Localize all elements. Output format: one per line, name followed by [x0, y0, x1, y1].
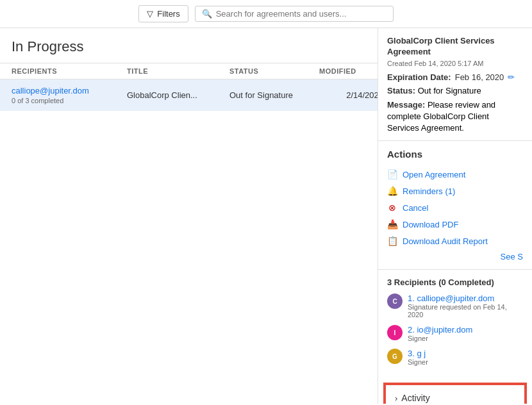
activity-label: Activity [401, 393, 429, 403]
recipients-title: 3 Recipients (0 Completed) [387, 277, 523, 287]
title-cell: GlobalCorp Clien... [127, 86, 229, 104]
table-row[interactable]: calliope@jupiter.dom 0 of 3 completed Gl… [0, 79, 378, 111]
action-open-agreement[interactable]: 📄 Open Agreement [387, 166, 523, 183]
page-title: In Progress [0, 28, 378, 63]
cancel-label: Cancel [403, 203, 428, 213]
status-value: Out for Signature [418, 86, 481, 95]
right-panel: GlobalCorp Client Services Agreement Cre… [378, 28, 532, 404]
filter-button[interactable]: ▽ Filters [138, 5, 188, 22]
download-pdf-icon: 📥 [387, 219, 397, 229]
modified-cell: 2/14/2020 [319, 86, 378, 104]
col-header-recipients: RECIPIENTS [12, 67, 127, 75]
open-agreement-label: Open Agreement [403, 170, 465, 179]
edit-expiry-icon[interactable]: ✏ [508, 72, 515, 82]
action-download-audit[interactable]: 📋 Download Audit Report [387, 233, 523, 249]
recipient-1-info: 1. calliope@jupiter.dom Signature reques… [408, 293, 523, 318]
toolbar: ▽ Filters 🔍 [0, 0, 532, 28]
avatar-1: C [387, 293, 403, 309]
col-header-title: TITLE [127, 67, 229, 75]
recipient-email: calliope@jupiter.dom [12, 86, 127, 95]
status-label: Status: [387, 86, 415, 95]
download-pdf-label: Download PDF [403, 220, 458, 229]
col-header-status: STATUS [229, 67, 319, 75]
recipient-sub: 0 of 3 completed [12, 97, 127, 104]
created-date: Created Feb 14, 2020 5:17 AM [387, 60, 523, 67]
expiry-label: Expiration Date: [387, 72, 451, 82]
recipient-2-role: Signer [408, 335, 472, 342]
recipient-2-info: 2. io@jupiter.dom Signer [408, 325, 472, 342]
avatar-2: I [387, 325, 403, 340]
recipient-3-role: Signer [408, 358, 428, 366]
search-input[interactable] [216, 9, 387, 19]
list-item: C 1. calliope@jupiter.dom Signature requ… [387, 293, 523, 318]
action-cancel[interactable]: ⊗ Cancel [387, 199, 523, 216]
avatar-3: G [387, 349, 403, 364]
see-more-link[interactable]: See S [387, 249, 523, 261]
download-audit-label: Download Audit Report [403, 236, 488, 246]
action-reminders[interactable]: 🔔 Reminders (1) [387, 183, 523, 199]
agreement-title: GlobalCorp Client Services Agreement [387, 36, 523, 58]
detail-header: GlobalCorp Client Services Agreement Cre… [378, 28, 532, 141]
actions-section: Actions 📄 Open Agreement 🔔 Reminders (1)… [378, 141, 532, 270]
status-cell: Out for Signature [229, 86, 319, 104]
list-item: I 2. io@jupiter.dom Signer [387, 325, 523, 342]
recipient-3-info: 3. g j Signer [408, 349, 428, 366]
recipient-1-name: 1. calliope@jupiter.dom [408, 293, 523, 303]
recipient-3-name: 3. g j [408, 349, 428, 358]
left-panel: In Progress RECIPIENTS TITLE STATUS MODI… [0, 28, 378, 404]
open-agreement-icon: 📄 [387, 169, 397, 179]
recipient-cell: calliope@jupiter.dom 0 of 3 completed [12, 86, 127, 104]
filter-label: Filters [157, 9, 179, 19]
actions-title: Actions [387, 149, 523, 160]
status-row: Status: Out for Signature [387, 86, 523, 95]
recipient-2-name: 2. io@jupiter.dom [408, 325, 472, 335]
recipients-section: 3 Recipients (0 Completed) C 1. calliope… [378, 270, 532, 380]
activity-button[interactable]: › Activity [385, 384, 526, 404]
chevron-right-icon: › [395, 393, 397, 403]
row-modified: 2/14/2020 [346, 90, 378, 100]
message-row: Message: Please review and complete Glob… [387, 99, 523, 135]
search-icon: 🔍 [202, 9, 212, 19]
recipient-1-role: Signature requested on Feb 14, 2020 [408, 303, 523, 318]
list-item: G 3. g j Signer [387, 349, 523, 366]
row-title: GlobalCorp Clien... [127, 90, 197, 100]
col-header-modified: MODIFIED [319, 67, 378, 75]
cancel-icon: ⊗ [387, 202, 397, 213]
download-audit-icon: 📋 [387, 236, 397, 246]
reminders-icon: 🔔 [387, 186, 397, 196]
action-download-pdf[interactable]: 📥 Download PDF [387, 216, 523, 233]
row-status: Out for Signature [229, 90, 293, 100]
expiry-row: Expiration Date: Feb 16, 2020 ✏ [387, 72, 523, 82]
main-layout: In Progress RECIPIENTS TITLE STATUS MODI… [0, 28, 532, 404]
activity-wrapper: › Activity [383, 383, 527, 404]
table-header: RECIPIENTS TITLE STATUS MODIFIED [0, 63, 378, 79]
reminders-label: Reminders (1) [403, 186, 455, 196]
filter-icon: ▽ [147, 9, 153, 19]
search-box: 🔍 [195, 6, 394, 22]
message-label: Message: [387, 100, 425, 110]
expiry-value: Feb 16, 2020 [455, 72, 504, 82]
